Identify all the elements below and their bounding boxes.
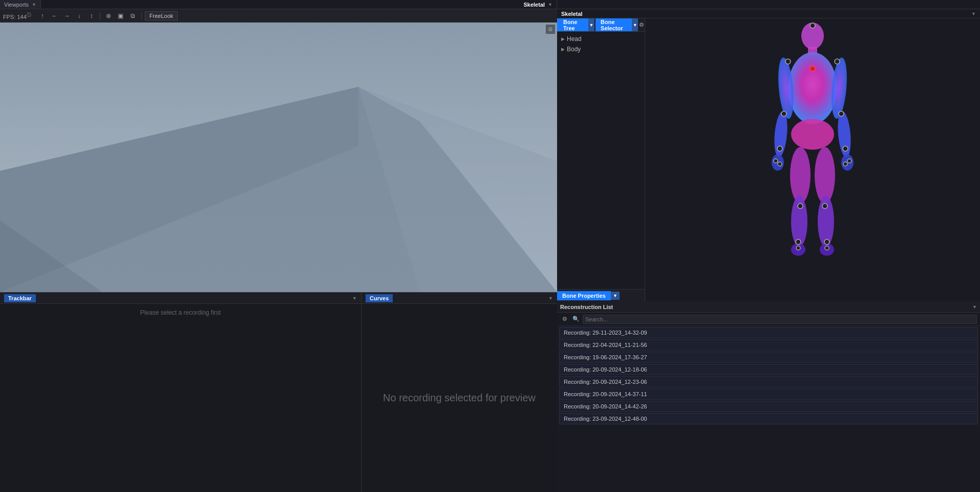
toolbar-up-btn[interactable]: ↑ <box>37 11 48 20</box>
bone-selector-dropdown[interactable]: ▼ <box>632 18 638 31</box>
curves-panel: Curves ▼ No recording selected for previ… <box>361 293 557 492</box>
joint-right-hand2 <box>843 162 847 166</box>
joint-right-ankle <box>824 239 829 244</box>
joint-left-knee <box>798 203 803 209</box>
joint-left-foot <box>796 246 800 250</box>
curves-chevron: ▼ <box>548 296 553 301</box>
tree-item-head[interactable]: ▶ Head <box>557 34 645 44</box>
bone-tree-header: Bone Tree ▼ Bone Selector ▼ ⚙ <box>557 18 645 32</box>
toolbar-right-btn[interactable]: → <box>62 11 72 20</box>
joint-right-elbow <box>839 111 844 116</box>
no-recording-text: No recording selected for preview <box>383 392 536 404</box>
viewport-canvas: ⚙ <box>0 23 557 292</box>
joint-left-elbow <box>781 111 786 116</box>
bone-tree-panel: Bone Tree ▼ Bone Selector ▼ ⚙ ▶ Head <box>557 18 645 301</box>
viewport-toolbar: FPS: 144ⓘ ↑ ← → ↓ ↕ ⊕ ▣ ⧉ FreeLook <box>0 9 557 23</box>
viewport-background <box>0 23 557 292</box>
skeletal-label: Skeletal <box>523 2 545 8</box>
toolbar-sep1 <box>100 12 100 19</box>
bone-selector-settings-btn[interactable]: ⚙ <box>638 20 644 30</box>
joint-head-top <box>810 23 815 28</box>
recon-search-input[interactable] <box>583 315 977 324</box>
trackbar-header: Trackbar ▼ <box>0 293 361 304</box>
skeletal-panel-chevron: ▼ <box>971 11 976 16</box>
toolbar-sep2 <box>141 12 142 19</box>
joint-right-wrist <box>843 146 848 151</box>
bone-tree-dropdown[interactable]: ▼ <box>588 18 594 31</box>
toolbar-left-btn[interactable]: ← <box>50 11 60 20</box>
freelook-button[interactable]: FreeLook <box>145 11 178 20</box>
trackbar-title: Trackbar <box>4 294 36 302</box>
toolbar-crosshair-btn[interactable]: ⊕ <box>103 11 114 20</box>
joint-right-shoulder <box>835 59 840 64</box>
recon-list-item[interactable]: Recording: 29-11-2023_14-32-09 <box>559 327 978 338</box>
joint-right-hand <box>847 159 851 163</box>
bone-selector-tab[interactable]: Bone Selector <box>595 18 632 31</box>
recon-list-item[interactable]: Recording: 20-09-2024_14-37-11 <box>559 388 978 400</box>
svg-point-15 <box>790 147 811 203</box>
main-layout: FPS: 144ⓘ ↑ ← → ↓ ↕ ⊕ ▣ ⧉ FreeLook <box>0 9 980 492</box>
svg-point-8 <box>776 57 796 119</box>
bone-tree-content: ▶ Head ▶ Body <box>557 32 645 289</box>
recon-list-item[interactable]: Recording: 19-06-2024_17-36-27 <box>559 352 978 363</box>
fps-label: FPS: 144ⓘ <box>3 12 31 20</box>
recon-chevron: ▼ <box>972 304 977 310</box>
svg-point-7 <box>788 52 837 124</box>
recon-list-item[interactable]: Recording: 23-09-2024_12-48-00 <box>559 413 978 424</box>
recon-settings-button[interactable]: ⚙ <box>560 315 569 324</box>
recon-list-item[interactable]: Recording: 20-09-2024_12-18-06 <box>559 364 978 375</box>
tree-item-body[interactable]: ▶ Body <box>557 44 645 54</box>
trackbar-message: Please select a recording first <box>140 309 221 316</box>
skeletal-section-label: Skeletal <box>561 11 583 17</box>
bone-tree-tab[interactable]: Bone Tree <box>557 18 588 31</box>
bone-props-bar: Bone Properties ▼ <box>557 289 645 301</box>
recon-list: Recording: 29-11-2023_14-32-09Recording:… <box>557 326 980 492</box>
skeletal-top: Skeletal ▼ Bone Tree ▼ Bone Selector ▼ ⚙ <box>557 9 980 301</box>
trackbar-chevron: ▼ <box>352 296 357 301</box>
body-figure-svg <box>761 22 864 298</box>
recon-list-item[interactable]: Recording: 22-04-2024_11-21-56 <box>559 339 978 351</box>
head-label: Head <box>567 35 582 43</box>
fps-info: ⓘ <box>27 12 31 17</box>
body-viz-area <box>645 18 980 301</box>
skeletal-top-bar: Skeletal ▼ <box>557 9 980 18</box>
svg-point-10 <box>772 154 784 171</box>
recon-title: Reconstruction List <box>560 304 613 310</box>
viewports-chevron: ▼ <box>32 2 36 7</box>
toolbar-screen-btn[interactable]: ▣ <box>116 11 126 20</box>
joint-right-knee <box>822 203 827 209</box>
viewport-container: FPS: 144ⓘ ↑ ← → ↓ ↕ ⊕ ▣ ⧉ FreeLook <box>0 9 557 292</box>
toolbar-updown-btn[interactable]: ↕ <box>87 11 97 20</box>
joint-left-wrist <box>777 146 782 151</box>
curves-content: No recording selected for preview <box>361 304 557 492</box>
trackbar-content: Please select a recording first <box>0 304 361 492</box>
head-arrow: ▶ <box>561 36 565 42</box>
svg-point-11 <box>829 57 849 119</box>
recon-bottom: Reconstruction List ▼ ⚙ 🔍 Recording: 29-… <box>557 301 980 492</box>
toolbar-down-btn[interactable]: ↓ <box>74 11 84 20</box>
joint-right-foot <box>825 246 829 250</box>
viewport-settings-button[interactable]: ⚙ <box>546 25 555 34</box>
joint-left-ankle <box>796 239 801 244</box>
joint-left-hand2 <box>778 162 782 166</box>
recon-list-item[interactable]: Recording: 20-09-2024_14-42-26 <box>559 401 978 412</box>
bone-props-dropdown[interactable]: ▼ <box>611 292 620 300</box>
bone-props-tab[interactable]: Bone Properties <box>557 291 611 300</box>
body-arrow: ▶ <box>561 47 565 52</box>
joint-left-shoulder <box>785 59 791 64</box>
skeletal-section[interactable]: Skeletal ▼ <box>519 0 557 9</box>
recon-toolbar: ⚙ 🔍 <box>557 313 980 326</box>
curves-header: Curves ▼ <box>361 293 557 304</box>
joint-left-hand <box>774 159 778 163</box>
svg-point-18 <box>815 147 835 203</box>
svg-point-13 <box>841 154 854 171</box>
left-panel: FPS: 144ⓘ ↑ ← → ↓ ↕ ⊕ ▣ ⧉ FreeLook <box>0 9 557 492</box>
toolbar-link-btn[interactable]: ⧉ <box>128 11 138 20</box>
joint-neck <box>810 66 815 71</box>
right-panel: Skeletal ▼ Bone Tree ▼ Bone Selector ▼ ⚙ <box>557 9 980 492</box>
recon-list-item[interactable]: Recording: 20-09-2024_12-23-06 <box>559 376 978 387</box>
bottom-panels: Trackbar ▼ Please select a recording fir… <box>0 292 557 492</box>
recon-search-button[interactable]: 🔍 <box>571 315 581 324</box>
viewports-section[interactable]: Viewports ▼ <box>0 0 41 9</box>
top-bar: Viewports ▼ Skeletal ▼ <box>0 0 980 9</box>
